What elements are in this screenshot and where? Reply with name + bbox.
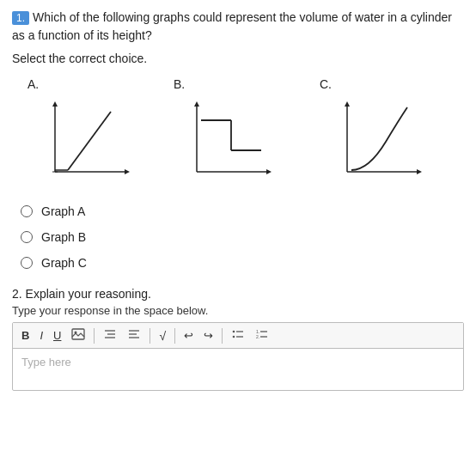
toolbar-divider-2: [150, 328, 150, 344]
toolbar-bold[interactable]: B: [18, 327, 33, 344]
toolbar-undo[interactable]: ↩: [180, 327, 197, 344]
svg-rect-18: [72, 329, 84, 339]
svg-line-5: [68, 112, 111, 170]
section-2-subtitle: Type your response in the space below.: [12, 304, 464, 317]
list-ul-icon: [231, 328, 245, 340]
question-number: 1.: [12, 11, 29, 25]
image-icon: [71, 328, 85, 340]
graphs-row: A. B. C.: [12, 77, 464, 189]
editor-container: B I U √ ↩ ↪ 1.2. Ty: [12, 322, 464, 391]
option-graph-b[interactable]: Graph B: [21, 230, 464, 244]
graph-b-item: B.: [158, 77, 304, 189]
option-graph-a[interactable]: Graph A: [21, 204, 464, 218]
toolbar-redo[interactable]: ↪: [200, 327, 217, 344]
toolbar-list-ul[interactable]: [228, 326, 248, 344]
toolbar-sqrt[interactable]: √: [156, 327, 169, 344]
graph-b-label: B.: [174, 77, 185, 91]
option-graph-a-label: Graph A: [41, 204, 85, 218]
option-graph-c-label: Graph C: [41, 256, 87, 270]
editor-body[interactable]: Type here: [13, 349, 463, 390]
svg-point-26: [233, 331, 235, 333]
svg-point-28: [233, 336, 235, 338]
svg-marker-8: [194, 101, 199, 107]
toolbar-divider-4: [222, 328, 223, 344]
graph-b-svg: [175, 94, 287, 189]
svg-text:2.: 2.: [256, 334, 259, 339]
toolbar-indent-right[interactable]: [124, 326, 144, 344]
toolbar-divider-3: [174, 328, 175, 344]
toolbar-divider-1: [94, 328, 95, 344]
option-graph-c[interactable]: Graph C: [21, 256, 464, 270]
graph-c-svg: [321, 94, 433, 189]
section-2-title: 2. Explain your reasoning.: [12, 287, 464, 301]
option-graph-b-label: Graph B: [41, 230, 86, 244]
svg-marker-1: [52, 101, 58, 107]
graph-a-item: A.: [12, 77, 158, 189]
radio-circle-a[interactable]: [21, 205, 33, 217]
graph-a-svg: [29, 94, 141, 189]
editor-toolbar: B I U √ ↩ ↪ 1.2.: [13, 323, 463, 349]
radio-circle-b[interactable]: [21, 231, 33, 243]
toolbar-indent-left[interactable]: [100, 326, 120, 344]
toolbar-list-ol[interactable]: 1.2.: [252, 326, 272, 344]
svg-marker-17: [417, 169, 422, 174]
radio-circle-c[interactable]: [21, 257, 33, 269]
list-ol-icon: 1.2.: [255, 328, 269, 340]
radio-options: Graph A Graph B Graph C: [21, 204, 464, 270]
indent-left-icon: [103, 328, 117, 340]
toolbar-image[interactable]: [68, 326, 88, 344]
toolbar-italic[interactable]: I: [36, 327, 46, 344]
svg-marker-3: [125, 169, 130, 174]
graph-c-item: C.: [304, 77, 450, 189]
toolbar-underline[interactable]: U: [50, 327, 64, 344]
graph-c-label: C.: [320, 77, 332, 91]
question-header: 1.Which of the following graphs could re…: [12, 9, 464, 45]
section-2: 2. Explain your reasoning. Type your res…: [12, 287, 464, 391]
svg-marker-15: [345, 101, 350, 107]
indent-right-icon: [127, 328, 141, 340]
question-text: Which of the following graphs could repr…: [12, 10, 452, 42]
graph-a-label: A.: [27, 77, 39, 91]
select-correct-label: Select the correct choice.: [12, 52, 464, 65]
svg-marker-10: [266, 169, 272, 174]
